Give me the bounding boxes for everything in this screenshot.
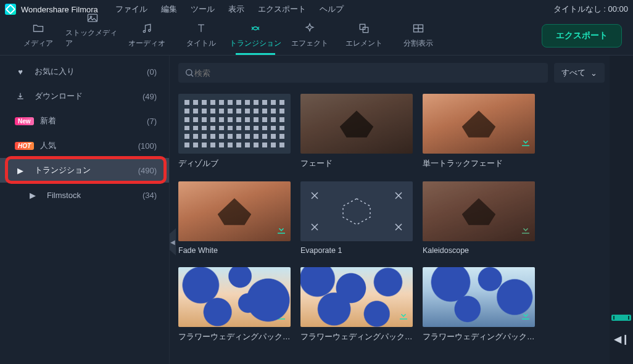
transition-label: フェード (300, 159, 413, 169)
sidebar-label: 新着 (40, 115, 56, 126)
download-icon (276, 310, 287, 323)
transition-thumb (300, 181, 413, 241)
tab-stock[interactable]: ストックメディア (65, 12, 120, 55)
tab-label: エレメント (345, 38, 383, 49)
transition-thumb (423, 267, 535, 327)
search-input[interactable] (194, 68, 542, 78)
sidebar-label: Filmstock (47, 191, 81, 200)
heart-icon: ♥ (15, 67, 26, 77)
sparkle-icon (304, 22, 316, 35)
timeline-clip[interactable] (611, 315, 631, 321)
transition-label: ディゾルブ (178, 159, 291, 169)
svg-rect-4 (360, 24, 365, 29)
tab-audio[interactable]: オーディオ (120, 22, 174, 55)
badge-new: New (15, 117, 34, 125)
transition-thumb (423, 181, 535, 241)
split-icon (412, 22, 424, 35)
menu-help[interactable]: ヘルプ (320, 4, 344, 15)
download-icon (276, 224, 287, 238)
download-icon (520, 136, 531, 150)
play-icon: ▶ (27, 191, 38, 200)
sidebar-item-downloads[interactable]: ダウンロード (49) (0, 84, 169, 109)
sidebar-count: (49) (143, 92, 157, 101)
tab-label: 分割表示 (403, 38, 433, 49)
sidebar-label: ダウンロード (35, 91, 83, 102)
sidebar-count: (100) (138, 141, 157, 151)
sidebar-label: 人気 (40, 140, 56, 151)
svg-marker-17 (343, 199, 370, 225)
sidebar-label: トランジション (35, 165, 91, 176)
sidebar-item-filmstock[interactable]: ▶ Filmstock (34) (0, 183, 169, 207)
transition-thumb (178, 267, 291, 327)
transition-thumb (423, 94, 535, 154)
folder-icon (32, 22, 44, 35)
sidebar-item-favorites[interactable]: ♥ お気に入り (0) (0, 59, 169, 84)
sidebar-label: お気に入り (35, 66, 75, 77)
menu-tools[interactable]: ツール (191, 4, 215, 15)
prev-button[interactable]: ◀❙ (614, 333, 629, 345)
tab-elements[interactable]: エレメント (337, 22, 391, 55)
tab-label: エフェクト (291, 38, 328, 49)
transition-label: 単一トラックフェード (423, 159, 535, 169)
tab-label: オーディオ (128, 38, 165, 49)
transition-card[interactable]: フラワーウェディングパック トラ… (300, 267, 413, 342)
transition-card[interactable]: フラワーウェディングパック トラ… (178, 267, 291, 342)
transition-card[interactable]: 単一トラックフェード (423, 94, 535, 169)
badge-hot: HOT (15, 142, 34, 150)
music-icon (141, 22, 153, 35)
search-icon (184, 68, 194, 78)
transition-thumb (178, 181, 291, 241)
text-icon (195, 22, 207, 35)
tab-split[interactable]: 分割表示 (391, 22, 445, 55)
filter-dropdown[interactable]: すべて ⌄ (554, 63, 605, 83)
transition-card[interactable]: Evaporate 1 (300, 181, 413, 255)
sidebar-count: (34) (143, 191, 157, 200)
menu-file[interactable]: ファイル (115, 4, 147, 15)
transition-card[interactable]: ディゾルブ (178, 94, 291, 169)
export-button[interactable]: エクスポート (542, 24, 622, 48)
sidebar-item-transitions[interactable]: ▶ トランジション (490) (0, 158, 169, 183)
main: ♥ お気に入り (0) ダウンロード (49) New 新着 (7) HOT 人… (0, 56, 633, 364)
transition-label: フラワーウェディングパック トラ… (300, 332, 413, 342)
transition-label: フラワーウェディングパック トラ… (423, 332, 535, 342)
transition-label: Kaleidoscope (423, 246, 535, 255)
sidebar-count: (0) (147, 67, 157, 77)
tab-label: タイトル (186, 38, 216, 49)
tab-label: ストックメディア (65, 28, 120, 49)
menu-view[interactable]: 表示 (228, 4, 244, 15)
transition-thumb (300, 267, 413, 327)
menu-edit[interactable]: 編集 (161, 4, 177, 15)
content: すべて ⌄ ディゾルブフェード単一トラックフェードFade WhiteEvapo… (170, 56, 633, 364)
svg-point-2 (143, 30, 145, 32)
tab-media[interactable]: メディア (11, 22, 65, 55)
tab-titles[interactable]: タイトル (174, 22, 228, 55)
sidebar-item-hot[interactable]: HOT 人気 (100) (0, 133, 169, 158)
transition-label: Evaporate 1 (300, 246, 413, 255)
tab-label: メディア (23, 38, 53, 49)
sidebar: ♥ お気に入り (0) ダウンロード (49) New 新着 (7) HOT 人… (0, 56, 170, 364)
tab-label: トランジション (230, 38, 281, 49)
search-box[interactable] (178, 63, 548, 83)
tab-effects[interactable]: エフェクト (283, 22, 337, 55)
filter-label: すべて (561, 67, 585, 78)
image-icon (86, 12, 99, 24)
play-icon: ▶ (15, 166, 26, 175)
toolbar: メディア ストックメディア オーディオ タイトル トランジション エフェクト エ… (0, 19, 633, 56)
transition-card[interactable]: フラワーウェディングパック トラ… (423, 267, 535, 342)
sidebar-count: (7) (147, 117, 157, 126)
sidebar-item-new[interactable]: New 新着 (7) (0, 109, 169, 133)
svg-point-7 (186, 70, 192, 75)
transition-card[interactable]: Fade White (178, 181, 291, 255)
chevron-down-icon: ⌄ (590, 68, 597, 78)
svg-point-3 (149, 30, 151, 31)
transition-card[interactable]: フェード (300, 94, 413, 169)
download-icon (520, 310, 531, 323)
menu-export[interactable]: エクスポート (258, 4, 306, 15)
transition-thumb (300, 94, 413, 154)
transition-card[interactable]: Kaleidoscope (423, 181, 535, 255)
tab-transitions[interactable]: トランジション (228, 22, 283, 55)
download-icon (15, 92, 26, 101)
transition-thumb (178, 94, 291, 154)
sidebar-count: (490) (138, 166, 157, 175)
content-header: すべて ⌄ (178, 60, 631, 85)
